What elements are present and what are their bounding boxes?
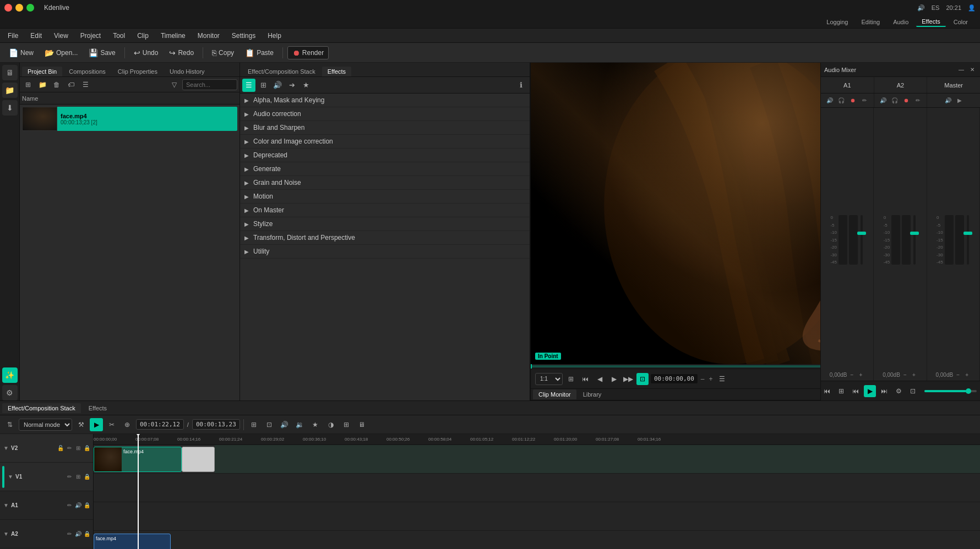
tl-expand-a2[interactable]: ▼ <box>2 530 10 538</box>
effect-category-2[interactable]: ▶ Blur and Sharpen <box>240 121 530 135</box>
tl-snap-btn[interactable]: ⊞ <box>247 418 260 431</box>
tl-expand-a1[interactable]: ▼ <box>2 502 10 509</box>
fader-track-master[interactable] <box>967 215 969 265</box>
sidebar-icon-folder[interactable]: 📁 <box>2 83 18 98</box>
bin-view-btn[interactable]: ⊞ <box>22 79 34 91</box>
tab-color[interactable]: Color <box>948 18 973 26</box>
effect-category-6[interactable]: ▶ Grain and Noise <box>240 176 530 190</box>
ch-master-arrow[interactable]: ▶ <box>955 96 965 106</box>
tab-effects[interactable]: Effects <box>916 17 945 27</box>
menu-timeline[interactable]: Timeline <box>155 31 191 41</box>
menu-edit[interactable]: Edit <box>25 31 47 41</box>
fader-knob-a2[interactable] <box>910 232 919 235</box>
bin-tag-btn[interactable]: 🏷 <box>65 79 77 91</box>
ch-a1-record[interactable]: ⏺ <box>848 96 858 106</box>
preview-step-back-btn[interactable]: ◀ <box>594 373 606 385</box>
effects-star-btn[interactable]: ★ <box>300 79 313 92</box>
preview-play-btn[interactable]: ▶ <box>608 373 620 385</box>
close-button[interactable] <box>4 4 12 12</box>
tl-a1-lock[interactable]: 🔒 <box>83 502 91 509</box>
render-button[interactable]: ⏺ Render <box>287 46 329 59</box>
menu-project[interactable]: Project <box>75 31 106 41</box>
preview-step-fwd-btn[interactable]: ▶▶ <box>622 373 634 385</box>
mixer-btn-4[interactable]: ▶ <box>864 385 876 397</box>
sidebar-icon-download[interactable]: ⬇ <box>2 100 18 116</box>
fader-track-a1[interactable] <box>861 215 863 265</box>
tl-vol2-btn[interactable]: 🔉 <box>293 418 307 431</box>
tl-monitor-btn[interactable]: 🖥 <box>355 418 368 431</box>
mixer-min-btn[interactable]: — <box>957 65 966 74</box>
effects-grid-btn[interactable]: ⊞ <box>257 79 270 92</box>
mixer-volume-knob[interactable] <box>966 388 971 394</box>
tab-library[interactable]: Library <box>578 389 607 399</box>
mixer-volume-slider[interactable] <box>924 390 977 392</box>
sidebar-icon-monitor[interactable]: 🖥 <box>2 65 18 80</box>
fader-knob-master[interactable] <box>963 232 972 235</box>
tl-v2-visibility[interactable]: 🔒 <box>83 444 91 452</box>
tl-a1-edit[interactable]: ✏ <box>66 502 73 509</box>
menu-tool[interactable]: Tool <box>107 31 130 41</box>
search-filter-btn[interactable]: ▽ <box>168 79 180 91</box>
fader-knob-a1[interactable] <box>857 232 866 235</box>
bin-folder-btn[interactable]: 📁 <box>36 79 48 91</box>
effect-category-0[interactable]: ▶ Alpha, Mask and Keying <box>240 94 530 107</box>
tab-project-bin[interactable]: Project Bin <box>22 67 62 76</box>
fader-track-a2[interactable] <box>913 215 916 265</box>
list-item[interactable]: face.mp4 00:00:13;23 [2] <box>22 107 237 131</box>
effects-arrow-btn[interactable]: ➔ <box>285 79 298 92</box>
effect-category-9[interactable]: ▶ Stylize <box>240 217 530 231</box>
sidebar-icon-settings[interactable]: ⚙ <box>2 385 18 400</box>
mixer-close-btn[interactable]: ✕ <box>968 65 977 74</box>
ch-a1-headphone[interactable]: 🎧 <box>836 96 846 106</box>
menu-help[interactable]: Help <box>262 31 287 41</box>
effects-audio-btn[interactable]: 🔊 <box>271 79 284 92</box>
minimize-button[interactable] <box>15 4 23 12</box>
tab-effects[interactable]: Effects <box>322 67 351 76</box>
ch-a2-solo[interactable]: ✏ <box>913 96 923 106</box>
tab-editing[interactable]: Editing <box>856 18 885 26</box>
save-button[interactable]: 💾 Save <box>84 47 119 59</box>
preview-menu-btn[interactable]: ☰ <box>716 373 728 385</box>
effects-list-btn[interactable]: ☰ <box>242 79 255 92</box>
tl-spacer-btn[interactable]: ⊕ <box>121 418 134 431</box>
ch-a2-db-plus[interactable]: + <box>910 371 918 378</box>
tl-expand-v1[interactable]: ▼ <box>7 473 14 481</box>
effect-category-5[interactable]: ▶ Generate <box>240 162 530 176</box>
effect-category-8[interactable]: ▶ On Master <box>240 204 530 217</box>
tl-a2-edit[interactable]: ✏ <box>66 530 73 538</box>
effect-category-4[interactable]: ▶ Deprecated <box>240 149 530 162</box>
bin-menu-btn[interactable]: ☰ <box>79 79 91 91</box>
tl-mode-select[interactable]: Normal mode <box>19 419 72 431</box>
menu-monitor[interactable]: Monitor <box>192 31 225 41</box>
preview-snap-btn[interactable]: ⊞ <box>565 373 577 385</box>
tl-blend-btn[interactable]: ◑ <box>324 418 337 431</box>
menu-clip[interactable]: Clip <box>132 31 154 41</box>
tab-clip-monitor[interactable]: Clip Monitor <box>533 389 576 399</box>
effect-category-7[interactable]: ▶ Motion <box>240 190 530 204</box>
tab-undo-history[interactable]: Undo History <box>164 67 210 76</box>
tab-logging[interactable]: Logging <box>821 18 853 26</box>
search-input[interactable] <box>182 79 237 90</box>
redo-button[interactable]: ↪ Redo <box>165 47 198 59</box>
playhead[interactable] <box>138 434 139 549</box>
tl-grid-btn[interactable]: ⊞ <box>340 418 353 431</box>
copy-button[interactable]: ⎘ Copy <box>208 47 238 59</box>
tab-audio[interactable]: Audio <box>888 18 914 26</box>
mixer-expand-btn[interactable]: ⊡ <box>907 385 919 397</box>
tl-vol-btn[interactable]: 🔊 <box>278 418 291 431</box>
effects-info-btn[interactable]: ℹ <box>514 79 527 92</box>
effect-category-10[interactable]: ▶ Transform, Distort and Perspective <box>240 231 530 245</box>
tl-v2-edit[interactable]: ✏ <box>66 444 73 452</box>
mixer-btn-1[interactable]: ⏮ <box>821 385 833 397</box>
tl-v1-lock[interactable]: 🔒 <box>83 473 91 481</box>
mixer-btn-5[interactable]: ⏭ <box>878 385 890 397</box>
zoom-select[interactable]: 1:1 <box>535 373 563 385</box>
preview-prev-btn[interactable]: ⏮ <box>579 373 591 385</box>
tl-cut-btn[interactable]: ✂ <box>105 418 118 431</box>
menu-file[interactable]: File <box>2 31 24 41</box>
tab-clip-properties[interactable]: Clip Properties <box>112 67 163 76</box>
tab-effect-comp-stack[interactable]: Effect/Composition Stack <box>2 403 81 413</box>
ch-a2-mute[interactable]: 🔊 <box>878 96 888 106</box>
effect-category-3[interactable]: ▶ Color and Image correction <box>240 135 530 149</box>
tl-arrows-btn[interactable]: ⇅ <box>3 418 17 431</box>
